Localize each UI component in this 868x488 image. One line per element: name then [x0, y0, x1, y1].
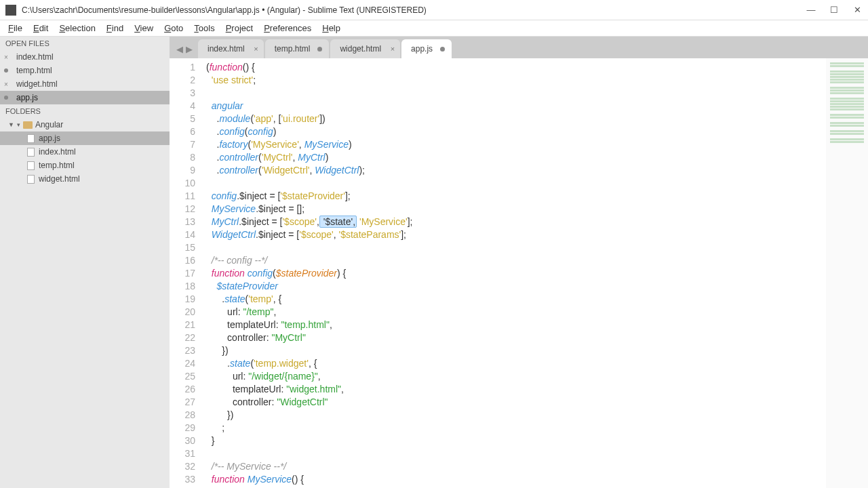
folder-name: Angular — [35, 120, 63, 129]
open-file-label: temp.html — [16, 66, 52, 75]
open-file-item[interactable]: ×widget.html — [0, 77, 170, 91]
open-file-label: app.js — [16, 93, 38, 102]
tab[interactable]: app.js — [401, 39, 452, 58]
file-row[interactable]: temp.html — [0, 159, 170, 172]
folder-root[interactable]: ▼ ▾ Angular — [0, 118, 170, 131]
maximize-button[interactable]: ☐ — [829, 5, 840, 16]
tab-label: index.html — [208, 44, 245, 54]
tab-label: temp.html — [275, 44, 311, 54]
file-icon — [27, 134, 35, 143]
tab[interactable]: index.html× — [198, 39, 264, 58]
app-icon — [5, 5, 16, 16]
dirty-dot-icon[interactable] — [4, 68, 8, 73]
minimap[interactable] — [826, 58, 868, 488]
file-icon — [27, 161, 35, 170]
dirty-dot-icon[interactable] — [4, 96, 8, 100]
menu-view[interactable]: View — [129, 22, 159, 35]
file-icon — [27, 175, 35, 184]
nav-forward-icon[interactable]: ▶ — [186, 44, 193, 54]
close-icon[interactable]: × — [4, 81, 11, 88]
window-controls: — ☐ ✕ — [806, 5, 863, 16]
window-titlebar: C:\Users\zachr\Documents\resume-builder\… — [0, 0, 868, 20]
code-editor[interactable]: (function() { 'use strict'; angular .mod… — [202, 58, 826, 488]
file-row[interactable]: index.html — [0, 145, 170, 159]
close-icon[interactable]: × — [4, 54, 11, 61]
close-icon[interactable]: × — [254, 45, 258, 53]
open-file-item[interactable]: ×index.html — [0, 50, 170, 64]
menu-help[interactable]: Help — [317, 22, 346, 35]
menu-tools[interactable]: Tools — [189, 22, 220, 35]
menu-bar: File Edit Selection Find View Goto Tools… — [0, 20, 868, 37]
tab-label: widget.html — [340, 44, 381, 54]
minimize-button[interactable]: — — [806, 5, 816, 16]
menu-preferences[interactable]: Preferences — [258, 22, 317, 35]
tab[interactable]: temp.html — [265, 39, 330, 58]
open-file-label: index.html — [16, 52, 54, 62]
open-files-header: OPEN FILES — [0, 37, 170, 50]
file-row[interactable]: app.js — [0, 131, 170, 145]
editor-area: ◀ ▶ index.html×temp.htmlwidget.html×app.… — [170, 37, 868, 488]
menu-goto[interactable]: Goto — [159, 22, 189, 35]
close-button[interactable]: ✕ — [852, 5, 863, 16]
dirty-dot-icon — [317, 47, 322, 52]
menu-file[interactable]: File — [3, 22, 28, 35]
file-icon — [27, 148, 35, 157]
menu-edit[interactable]: Edit — [28, 22, 54, 35]
tab-bar: ◀ ▶ index.html×temp.htmlwidget.html×app.… — [170, 37, 868, 58]
folder-icon — [23, 121, 33, 129]
menu-find[interactable]: Find — [101, 22, 129, 35]
open-file-item[interactable]: temp.html — [0, 64, 170, 77]
file-label: app.js — [39, 134, 60, 143]
chevron-down-icon: ▼ — [8, 121, 14, 128]
close-icon[interactable]: × — [391, 45, 395, 53]
file-row[interactable]: widget.html — [0, 172, 170, 186]
menu-selection[interactable]: Selection — [54, 22, 100, 35]
line-gutter: 1234567891011121314151617181920212223242… — [170, 58, 202, 488]
menu-project[interactable]: Project — [220, 22, 258, 35]
dirty-dot-icon — [440, 47, 445, 52]
file-label: temp.html — [39, 161, 75, 170]
folders-header: FOLDERS — [0, 104, 170, 118]
open-file-label: widget.html — [16, 79, 58, 89]
file-label: index.html — [39, 147, 76, 157]
tab-label: app.js — [411, 44, 433, 54]
chevron-down-icon: ▾ — [17, 121, 20, 128]
tab[interactable]: widget.html× — [330, 39, 400, 58]
window-title: C:\Users\zachr\Documents\resume-builder\… — [22, 5, 806, 15]
nav-back-icon[interactable]: ◀ — [176, 44, 183, 54]
open-file-item[interactable]: app.js — [0, 91, 170, 104]
file-label: widget.html — [39, 174, 80, 184]
sidebar: OPEN FILES ×index.htmltemp.html×widget.h… — [0, 37, 170, 488]
